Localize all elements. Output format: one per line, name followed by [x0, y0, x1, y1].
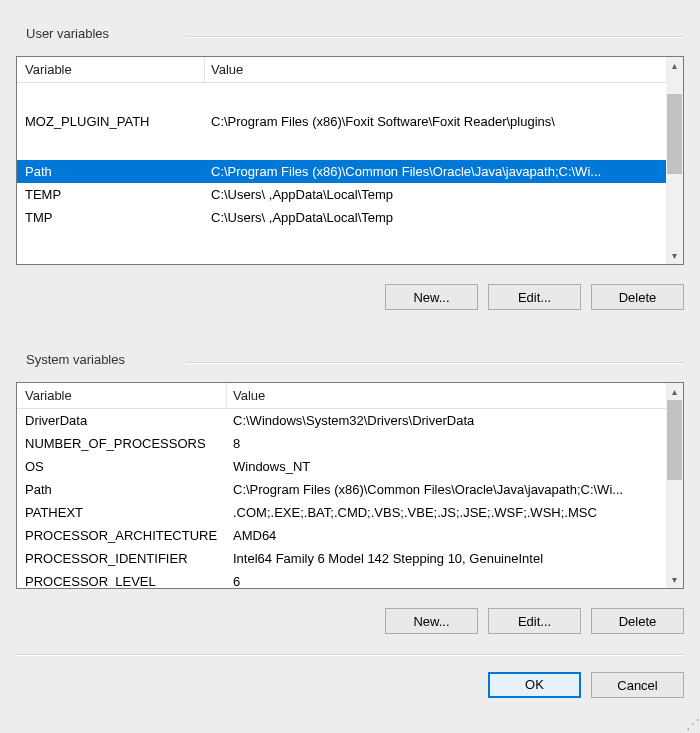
- cell-variable: PATHEXT: [17, 501, 227, 524]
- divider: [16, 654, 684, 656]
- scroll-thumb[interactable]: [667, 400, 682, 480]
- cell-variable: OS: [17, 455, 227, 478]
- cell-value: 8: [227, 432, 666, 455]
- user-variables-group-label: User variables: [22, 26, 113, 41]
- table-row[interactable]: OSWindows_NT: [17, 455, 666, 478]
- scrollbar[interactable]: ▴ ▾: [666, 383, 683, 588]
- table-row[interactable]: PROCESSOR_IDENTIFIERIntel64 Family 6 Mod…: [17, 547, 666, 570]
- user-edit-button[interactable]: Edit...: [488, 284, 581, 310]
- system-new-button[interactable]: New...: [385, 608, 478, 634]
- cell-value: C:\Users\ ,AppData\Local\Temp: [205, 183, 666, 206]
- group-divider: [186, 36, 684, 38]
- system-variables-list[interactable]: Variable Value DriverDataC:\Windows\Syst…: [16, 382, 684, 589]
- scroll-down-icon[interactable]: ▾: [666, 571, 683, 588]
- cell-value: Windows_NT: [227, 455, 666, 478]
- resize-grip-icon[interactable]: ⋰: [686, 719, 698, 731]
- cell-value: C:\Program Files (x86)\Common Files\Orac…: [227, 478, 666, 501]
- user-variables-list[interactable]: Variable Value MOZ_PLUGIN_PATHC:\Program…: [16, 56, 684, 265]
- ok-button[interactable]: OK: [488, 672, 581, 698]
- table-row[interactable]: PathC:\Program Files (x86)\Common Files\…: [17, 478, 666, 501]
- cell-value: 6: [227, 570, 666, 588]
- system-delete-button[interactable]: Delete: [591, 608, 684, 634]
- table-row[interactable]: NUMBER_OF_PROCESSORS8: [17, 432, 666, 455]
- cancel-button[interactable]: Cancel: [591, 672, 684, 698]
- table-row[interactable]: PATHEXT.COM;.EXE;.BAT;.CMD;.VBS;.VBE;.JS…: [17, 501, 666, 524]
- scroll-up-icon[interactable]: ▴: [666, 57, 683, 74]
- scroll-down-icon[interactable]: ▾: [666, 247, 683, 264]
- column-header-variable[interactable]: Variable: [17, 57, 205, 82]
- group-divider: [186, 362, 684, 364]
- cell-value: C:\Windows\System32\Drivers\DriverData: [227, 409, 666, 432]
- scroll-thumb[interactable]: [667, 94, 682, 174]
- cell-value: Intel64 Family 6 Model 142 Stepping 10, …: [227, 547, 666, 570]
- cell-variable: NUMBER_OF_PROCESSORS: [17, 432, 227, 455]
- list-header: Variable Value: [17, 383, 683, 409]
- cell-variable: Path: [17, 478, 227, 501]
- column-header-value[interactable]: Value: [205, 57, 683, 82]
- table-row[interactable]: TEMPC:\Users\ ,AppData\Local\Temp: [17, 183, 666, 206]
- cell-value: C:\Program Files (x86)\Foxit Software\Fo…: [205, 83, 666, 160]
- table-row[interactable]: TMPC:\Users\ ,AppData\Local\Temp: [17, 206, 666, 229]
- cell-variable: TMP: [17, 206, 205, 229]
- table-row[interactable]: PROCESSOR_ARCHITECTUREAMD64: [17, 524, 666, 547]
- cell-variable: TEMP: [17, 183, 205, 206]
- system-variables-group-label: System variables: [22, 352, 129, 367]
- cell-variable: PROCESSOR_ARCHITECTURE: [17, 524, 227, 547]
- user-delete-button[interactable]: Delete: [591, 284, 684, 310]
- cell-variable: DriverData: [17, 409, 227, 432]
- cell-variable: MOZ_PLUGIN_PATH: [17, 83, 205, 160]
- table-row[interactable]: PROCESSOR_LEVEL6: [17, 570, 666, 588]
- system-edit-button[interactable]: Edit...: [488, 608, 581, 634]
- cell-variable: PROCESSOR_LEVEL: [17, 570, 227, 588]
- cell-value: .COM;.EXE;.BAT;.CMD;.VBS;.VBE;.JS;.JSE;.…: [227, 501, 666, 524]
- user-new-button[interactable]: New...: [385, 284, 478, 310]
- table-row[interactable]: MOZ_PLUGIN_PATHC:\Program Files (x86)\Fo…: [17, 83, 666, 160]
- table-row[interactable]: PathC:\Program Files (x86)\Common Files\…: [17, 160, 666, 183]
- scrollbar[interactable]: ▴ ▾: [666, 57, 683, 264]
- cell-variable: Path: [17, 160, 205, 183]
- cell-value: C:\Users\ ,AppData\Local\Temp: [205, 206, 666, 229]
- scroll-up-icon[interactable]: ▴: [666, 383, 683, 400]
- column-header-value[interactable]: Value: [227, 383, 683, 408]
- cell-variable: PROCESSOR_IDENTIFIER: [17, 547, 227, 570]
- list-header: Variable Value: [17, 57, 683, 83]
- column-header-variable[interactable]: Variable: [17, 383, 227, 408]
- cell-value: AMD64: [227, 524, 666, 547]
- cell-value: C:\Program Files (x86)\Common Files\Orac…: [205, 160, 666, 183]
- table-row[interactable]: DriverDataC:\Windows\System32\Drivers\Dr…: [17, 409, 666, 432]
